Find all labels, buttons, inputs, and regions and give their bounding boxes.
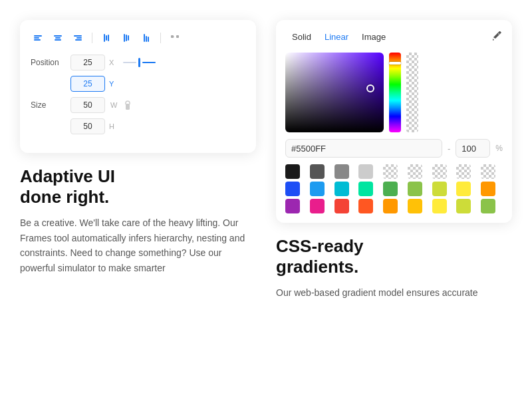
align-left-icon[interactable] <box>31 31 45 45</box>
svg-rect-15 <box>144 34 145 42</box>
svg-rect-9 <box>104 34 105 42</box>
svg-rect-21 <box>126 104 130 110</box>
toolbar-separator-1 <box>92 33 92 43</box>
position-x-input[interactable]: 25 <box>70 55 105 70</box>
lock-icon <box>124 99 132 111</box>
svg-rect-13 <box>126 35 127 41</box>
size-h-row: 50 H <box>31 118 245 134</box>
swatch-transparent-3[interactable] <box>432 164 447 179</box>
right-heading: CSS-ready gradients. Our web-based gradi… <box>276 236 512 301</box>
swatch-transparent-4[interactable] <box>456 164 471 179</box>
color-value-row: #5500FF - 100 % <box>285 139 503 158</box>
position-align-visual <box>123 58 156 67</box>
svg-rect-19 <box>176 35 179 38</box>
size-fields: 50 W <box>70 97 145 113</box>
position-y-input[interactable]: 25 <box>70 76 105 92</box>
swatch-dark-gray[interactable] <box>310 164 325 179</box>
left-heading-text: Adaptive UI done right. <box>20 166 256 207</box>
hue-slider[interactable] <box>389 53 401 132</box>
color-card: Solid Linear Image <box>276 20 512 223</box>
distribute-icon[interactable] <box>168 31 182 45</box>
opacity-unit: % <box>495 144 503 153</box>
swatch-mid-gray[interactable] <box>334 164 349 179</box>
size-h-input[interactable]: 50 <box>70 118 105 134</box>
svg-rect-7 <box>76 37 82 39</box>
svg-rect-5 <box>55 39 61 41</box>
svg-rect-6 <box>74 35 82 37</box>
swatch-green-2[interactable] <box>408 182 422 196</box>
toolbar-icons <box>31 31 245 45</box>
size-label: Size <box>31 100 70 110</box>
svg-rect-1 <box>34 37 39 39</box>
swatch-blue-2[interactable] <box>310 182 325 196</box>
value-separator: - <box>448 144 450 154</box>
align-middle-icon[interactable] <box>119 31 134 45</box>
svg-rect-17 <box>148 37 149 42</box>
swatch-yellow-2[interactable] <box>432 199 447 213</box>
css-heading-text: CSS-ready gradients. <box>276 236 512 277</box>
align-right-icon[interactable] <box>70 31 85 45</box>
css-body-text: Our web-based gradient model ensures acc… <box>276 285 512 300</box>
svg-rect-2 <box>34 39 41 41</box>
swatch-cyan[interactable] <box>334 182 349 196</box>
swatch-lime[interactable] <box>432 182 447 196</box>
align-bottom-icon[interactable] <box>139 31 154 45</box>
tab-solid[interactable]: Solid <box>285 29 318 45</box>
size-w-input[interactable]: 50 <box>70 97 105 113</box>
swatch-red[interactable] <box>334 199 349 213</box>
css-heading-line2: gradients. <box>276 257 358 277</box>
ui-card: Position 25 X 25 <box>20 20 256 153</box>
swatch-lime-2[interactable] <box>456 199 471 213</box>
heading-line2: done right. <box>20 187 109 207</box>
swatch-light-gray[interactable] <box>358 164 373 179</box>
color-tabs: Solid Linear Image <box>285 29 503 45</box>
swatch-yellow[interactable] <box>456 182 471 196</box>
swatch-transparent-1[interactable] <box>383 164 398 179</box>
align-top-icon[interactable] <box>99 31 114 45</box>
left-panel: Position 25 X 25 <box>20 20 256 386</box>
swatch-amber[interactable] <box>408 199 422 213</box>
swatches-grid <box>285 164 503 213</box>
svg-rect-16 <box>146 36 147 42</box>
hue-cursor <box>389 62 401 65</box>
size-h-container <box>138 97 145 113</box>
svg-rect-20 <box>174 37 174 37</box>
swatch-blue-1[interactable] <box>285 182 300 196</box>
position-x-field: 25 X <box>70 55 114 70</box>
svg-rect-10 <box>106 35 107 41</box>
picker-cursor <box>366 84 374 92</box>
color-picker-box[interactable] <box>285 53 384 132</box>
size-h-field: 50 H <box>70 118 114 134</box>
swatch-deep-orange[interactable] <box>358 199 373 213</box>
position-label: Position <box>31 58 70 67</box>
swatch-light-green[interactable] <box>481 199 495 213</box>
swatch-green-1[interactable] <box>383 182 398 196</box>
size-h-axis: H <box>109 122 114 130</box>
left-body-text: Be a creative. We'll take care of the he… <box>20 215 256 275</box>
swatch-pink[interactable] <box>310 199 325 213</box>
opacity-slider[interactable] <box>406 53 418 132</box>
svg-rect-0 <box>34 35 42 37</box>
size-row: Size 50 W <box>31 97 245 113</box>
tab-image[interactable]: Image <box>355 29 392 45</box>
svg-rect-22 <box>498 33 499 35</box>
heading-line1: Adaptive UI <box>20 166 115 186</box>
toolbar-separator-2 <box>160 33 161 43</box>
main-container: Position 25 X 25 <box>0 0 532 399</box>
opacity-input[interactable]: 100 <box>456 139 490 158</box>
align-center-icon[interactable] <box>51 31 65 45</box>
eyedropper-button[interactable] <box>491 30 503 45</box>
swatch-black[interactable] <box>285 164 300 179</box>
swatch-transparent-5[interactable] <box>481 164 495 179</box>
swatch-purple[interactable] <box>285 199 300 213</box>
hex-input[interactable]: #5500FF <box>285 139 442 158</box>
swatch-transparent-2[interactable] <box>408 164 422 179</box>
left-heading: Adaptive UI done right. Be a creative. W… <box>20 166 256 275</box>
swatch-orange-2[interactable] <box>383 199 398 213</box>
tab-linear[interactable]: Linear <box>318 29 355 45</box>
swatch-teal[interactable] <box>358 182 373 196</box>
position-row: Position 25 X <box>31 55 245 70</box>
svg-rect-14 <box>128 35 129 41</box>
css-heading-line1: CSS-ready <box>276 236 364 256</box>
swatch-orange-1[interactable] <box>481 182 495 196</box>
